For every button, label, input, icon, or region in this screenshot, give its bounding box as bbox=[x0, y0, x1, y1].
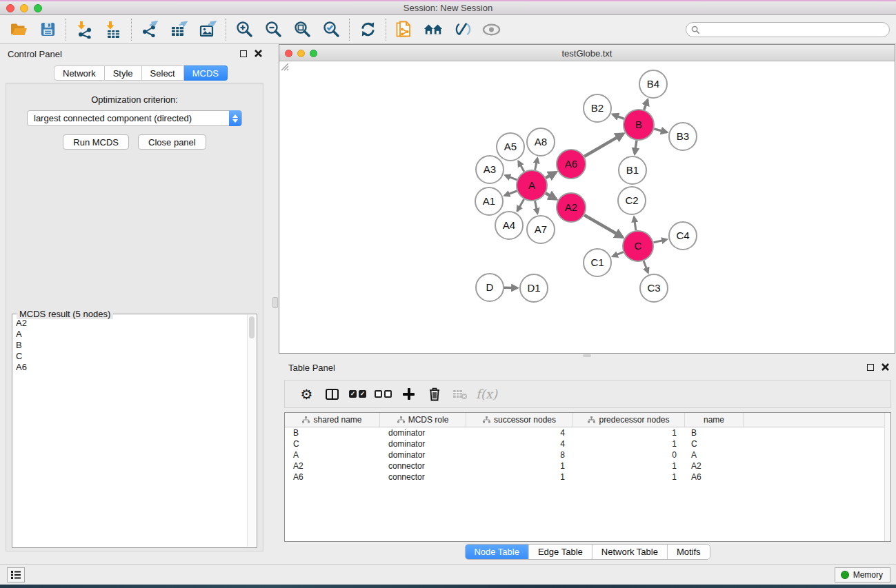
export-image-icon[interactable] bbox=[193, 18, 222, 41]
show-columns-icon[interactable] bbox=[319, 384, 345, 405]
result-item[interactable]: A6 bbox=[16, 362, 247, 373]
graph-node-label-A1: A1 bbox=[483, 195, 495, 207]
mcds-result-list[interactable]: A2 A B C A6 bbox=[13, 315, 247, 547]
network-graph[interactable]: B4B2BB3A5A8A6A3B1AA1C2A2A4A7C4CC1C3DD1 bbox=[279, 61, 895, 353]
graph-node-label-A3: A3 bbox=[484, 163, 496, 175]
graph-edge-C-C2[interactable] bbox=[634, 217, 636, 230]
table-scrollbar[interactable] bbox=[884, 413, 890, 541]
graph-edge-B-B1[interactable] bbox=[635, 141, 637, 154]
tab-select[interactable]: Select bbox=[142, 65, 184, 81]
refresh-icon[interactable] bbox=[353, 18, 382, 41]
graph-edge-B-B4[interactable] bbox=[644, 100, 648, 110]
column-header-mcds-role[interactable]: MCDS role bbox=[380, 413, 466, 427]
export-table-icon[interactable] bbox=[164, 18, 193, 41]
table-row[interactable]: B dominator 4 1 B bbox=[285, 427, 890, 438]
delete-column-icon[interactable] bbox=[421, 384, 447, 405]
float-table-panel-icon[interactable] bbox=[867, 364, 874, 371]
graph-edge-A-A4[interactable] bbox=[517, 199, 524, 211]
new-network-from-selection-icon[interactable] bbox=[390, 18, 419, 41]
column-header-name[interactable]: name bbox=[685, 413, 744, 427]
network-canvas[interactable]: B4B2BB3A5A8A6A3B1AA1C2A2A4A7C4CC1C3DD1 bbox=[279, 61, 895, 353]
shared-column-icon bbox=[588, 416, 595, 423]
zoom-selected-icon[interactable] bbox=[317, 18, 346, 41]
run-mcds-button[interactable]: Run MCDS bbox=[63, 134, 129, 150]
tab-node-table[interactable]: Node Table bbox=[465, 545, 528, 559]
table-row[interactable]: C dominator 4 1 C bbox=[285, 438, 890, 449]
graph-edge-C-C3[interactable] bbox=[644, 261, 648, 273]
hide-graphics-details-icon[interactable] bbox=[448, 18, 477, 41]
graph-edge-C-C4[interactable] bbox=[653, 239, 666, 242]
column-header-predecessor-nodes[interactable]: predecessor nodes bbox=[573, 413, 685, 427]
open-session-icon[interactable] bbox=[4, 18, 33, 41]
desktop-background-strip bbox=[0, 585, 896, 588]
export-network-icon[interactable] bbox=[135, 18, 164, 41]
horizontal-splitter-handle[interactable] bbox=[583, 354, 591, 357]
result-item[interactable]: A2 bbox=[16, 318, 247, 329]
table-panel: Table Panel ⚙ ✓✓ f(x) shared name bbox=[279, 358, 896, 564]
deselect-all-rows-icon[interactable] bbox=[370, 384, 396, 405]
import-network-file-icon[interactable] bbox=[70, 18, 99, 41]
table-row[interactable]: A6 connector 1 1 A6 bbox=[285, 472, 890, 483]
task-history-button[interactable] bbox=[7, 567, 25, 582]
result-scrollbar[interactable] bbox=[247, 315, 256, 547]
graph-edge-A-A1[interactable] bbox=[505, 191, 517, 196]
close-table-panel-icon[interactable] bbox=[882, 363, 889, 371]
select-all-rows-icon[interactable]: ✓✓ bbox=[345, 384, 370, 405]
search-field[interactable] bbox=[703, 25, 889, 34]
zoom-in-icon[interactable] bbox=[230, 18, 259, 41]
vertical-splitter-handle[interactable] bbox=[272, 297, 278, 308]
table-row[interactable]: A2 connector 1 1 A2 bbox=[285, 460, 890, 472]
tab-network-table[interactable]: Network Table bbox=[592, 545, 667, 559]
column-header-successor-nodes[interactable]: successor nodes bbox=[466, 413, 573, 427]
tab-style[interactable]: Style bbox=[105, 65, 142, 81]
graph-node-label-B3: B3 bbox=[677, 130, 689, 142]
column-header-shared-name[interactable]: shared name bbox=[285, 413, 380, 427]
close-panel-button[interactable]: Close panel bbox=[138, 134, 206, 150]
graph-node-label-C1: C1 bbox=[590, 256, 604, 268]
graph-edge-A-A8[interactable] bbox=[535, 159, 538, 170]
graph-node-label-B2: B2 bbox=[591, 102, 604, 114]
zoom-out-icon[interactable] bbox=[259, 18, 288, 41]
import-table-file-icon[interactable] bbox=[99, 18, 128, 41]
graph-node-label-C4: C4 bbox=[676, 230, 689, 241]
toolbar-separator bbox=[226, 19, 226, 41]
home-icon[interactable] bbox=[419, 18, 448, 41]
graph-edge-B-B2[interactable] bbox=[613, 114, 624, 119]
graph-node-label-A5: A5 bbox=[504, 141, 517, 152]
tab-edge-table[interactable]: Edge Table bbox=[528, 545, 592, 559]
graph-edge-A2-C[interactable] bbox=[584, 215, 622, 237]
memory-button[interactable]: Memory bbox=[835, 567, 890, 582]
add-column-icon[interactable] bbox=[396, 384, 421, 405]
tab-network[interactable]: Network bbox=[54, 65, 105, 81]
zoom-fit-icon[interactable] bbox=[288, 18, 317, 41]
graph-edge-A-A5[interactable] bbox=[519, 161, 524, 172]
show-graphics-details-icon[interactable] bbox=[477, 18, 506, 41]
graph-edge-A-A2[interactable] bbox=[546, 193, 556, 199]
graph-edge-A-A7[interactable] bbox=[535, 201, 538, 214]
network-window-titlebar[interactable]: testGlobe.txt bbox=[279, 45, 895, 61]
save-session-icon[interactable] bbox=[33, 18, 62, 41]
graph-node-label-D: D bbox=[486, 281, 494, 293]
tab-motifs[interactable]: Motifs bbox=[667, 545, 710, 559]
graph-edge-A6-B[interactable] bbox=[584, 134, 624, 156]
search-input[interactable] bbox=[686, 22, 890, 37]
graph-node-label-B4: B4 bbox=[647, 78, 659, 90]
tab-mcds[interactable]: MCDS bbox=[184, 65, 228, 81]
graph-edge-B-B3[interactable] bbox=[654, 129, 667, 132]
graph-edge-A-A6[interactable] bbox=[546, 172, 556, 178]
result-item[interactable]: C bbox=[16, 351, 247, 362]
criterion-select[interactable]: largest connected component (directed) bbox=[27, 110, 242, 126]
window-resize-grip[interactable] bbox=[279, 61, 289, 71]
table-settings-gear-icon[interactable]: ⚙ bbox=[294, 384, 319, 405]
result-item[interactable]: A bbox=[16, 329, 247, 340]
float-panel-icon[interactable] bbox=[240, 50, 247, 57]
mcds-result-box: MCDS result (5 nodes) A2 A B C A6 bbox=[12, 314, 257, 548]
result-item[interactable]: B bbox=[16, 340, 247, 351]
table-row[interactable]: A dominator 8 0 A bbox=[285, 449, 890, 460]
status-bar: Memory bbox=[0, 564, 896, 585]
graph-node-label-C3: C3 bbox=[647, 282, 660, 294]
graph-edge-C-C1[interactable] bbox=[613, 252, 623, 256]
close-panel-icon[interactable] bbox=[255, 50, 262, 57]
graph-node-label-D1: D1 bbox=[527, 282, 540, 294]
graph-edge-A-A3[interactable] bbox=[505, 175, 517, 179]
